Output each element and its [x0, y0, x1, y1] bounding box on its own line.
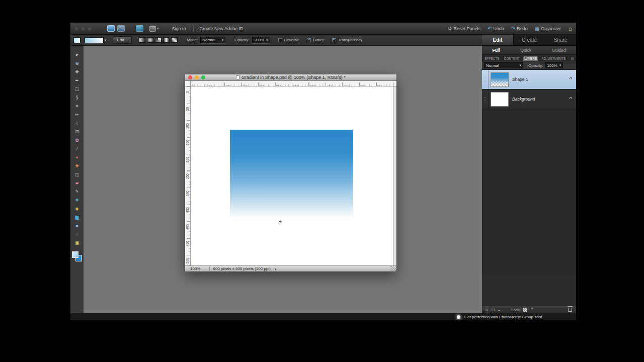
welcome-screen-icon[interactable] — [107, 25, 115, 32]
window-minimize-button[interactable] — [81, 27, 85, 31]
marquee-tool[interactable]: ▢ — [70, 85, 84, 94]
magic-wand-tool[interactable]: ✦ — [70, 102, 84, 111]
reset-panels-button[interactable]: ↺ Reset Panels — [448, 26, 480, 31]
sponge-tool[interactable]: ▣ — [70, 239, 84, 247]
zoom-tool[interactable]: ⊕ — [70, 59, 84, 68]
angle-gradient-button[interactable] — [155, 37, 162, 43]
workspace-canvas-area: Gradient in Shape.psd @ 100% (Shape 1, R… — [84, 46, 482, 313]
gradient-tool-icon — [73, 37, 80, 43]
gradient-picker-swatch[interactable] — [85, 37, 104, 43]
eraser-tool[interactable]: ▰ — [70, 179, 84, 188]
dither-checkbox[interactable]: ✓ Dither — [307, 38, 324, 42]
mode-quick[interactable]: Quick — [520, 48, 531, 53]
panel-bin: Edit Create Share Full Quick Guided EFFE… — [482, 35, 576, 313]
status-menu-arrow-icon[interactable]: ▸ — [275, 267, 277, 270]
foreground-color-swatch[interactable] — [72, 251, 78, 258]
move-tool[interactable]: ➤ — [70, 51, 84, 59]
blur-tool[interactable]: ◌ — [70, 230, 84, 239]
new-group-icon[interactable]: ⊟ — [492, 308, 495, 312]
create-adobe-id-link[interactable]: Create New Adobe ID — [200, 26, 244, 31]
eyedropper-tool[interactable]: ✒ — [70, 76, 84, 85]
transparency-checkbox[interactable]: ✓ Transparency — [332, 38, 363, 42]
checkbox-box: ✓ — [307, 38, 311, 42]
linear-gradient-button[interactable] — [139, 37, 145, 43]
mode-guided[interactable]: Guided — [552, 48, 566, 53]
eye-icon[interactable]: • — [485, 97, 486, 99]
cookie-cutter-tool[interactable]: ✿ — [70, 136, 84, 145]
layer-visibility-column[interactable]: • • — [482, 70, 489, 89]
save-icon[interactable] — [117, 25, 125, 32]
redo-label: Redo — [517, 26, 528, 31]
resize-grip[interactable] — [390, 265, 396, 272]
panel-menu-icon[interactable]: ▤ — [571, 56, 575, 61]
canvas[interactable]: + — [191, 86, 393, 265]
layer-row-background[interactable]: • • Background — [482, 89, 576, 109]
arrange-windows-icon[interactable] — [149, 26, 156, 32]
home-icon[interactable]: ⌂ — [569, 25, 572, 32]
tab-content[interactable]: CONTENT — [503, 56, 521, 61]
document-window[interactable]: Gradient in Shape.psd @ 100% (Shape 1, R… — [185, 74, 396, 272]
type-tool[interactable]: T — [70, 119, 84, 128]
document-title-bar[interactable]: Gradient in Shape.psd @ 100% (Shape 1, R… — [185, 74, 396, 81]
mode-full[interactable]: Full — [492, 48, 500, 53]
horizontal-ruler: 050100150200250300350400450500550 — [191, 81, 396, 86]
tab-create[interactable]: Create — [514, 35, 545, 45]
layer-name[interactable]: Shape 1 — [512, 77, 528, 82]
tab-share[interactable]: Share — [545, 35, 576, 45]
checkbox-box — [278, 38, 282, 42]
eye-icon[interactable]: • — [485, 77, 486, 79]
clone-stamp-tool[interactable]: ◫ — [70, 170, 84, 179]
quick-selection-tool[interactable]: ✏ — [70, 111, 84, 119]
straighten-tool[interactable]: ∕ — [70, 145, 84, 153]
chevron-down-icon: ▾ — [559, 63, 561, 67]
layer-row-shape-1[interactable]: • • Shape 1 — [482, 70, 576, 89]
opacity-select[interactable]: 100% ▾ — [252, 37, 270, 43]
crop-tool[interactable]: ⊞ — [70, 128, 84, 136]
edit-gradient-button[interactable]: Edit... — [113, 36, 132, 44]
print-icon[interactable] — [136, 25, 143, 32]
layer-thumbnail[interactable] — [491, 92, 509, 107]
organizer-button[interactable]: ▦ Organizer — [535, 26, 561, 31]
undo-button[interactable]: ↶ Undo — [488, 26, 504, 31]
window-close-button[interactable] — [74, 27, 78, 31]
delete-layer-icon[interactable] — [568, 308, 572, 312]
shape-tool[interactable]: ■ — [70, 222, 84, 230]
gradient-picker-arrow-icon[interactable]: ▾ — [105, 38, 107, 42]
eye-icon[interactable]: • — [485, 80, 486, 82]
chevron-down-icon[interactable]: ▾ — [157, 27, 159, 31]
lock-transparency-icon[interactable] — [523, 308, 527, 312]
brush-tool[interactable]: ✎ — [70, 188, 84, 196]
radial-gradient-button[interactable] — [147, 37, 153, 43]
mode-select[interactable]: Normal ▾ — [200, 37, 225, 43]
gradient-shape[interactable] — [230, 130, 353, 224]
reflected-gradient-button[interactable] — [163, 37, 170, 43]
adjustment-layer-icon[interactable]: ◒ — [498, 308, 500, 312]
tab-edit[interactable]: Edit — [482, 35, 514, 45]
window-zoom-button[interactable] — [88, 27, 92, 31]
healing-brush-tool[interactable]: ✚ — [70, 162, 84, 170]
tab-layers[interactable]: LAYERS — [523, 56, 538, 61]
layer-name[interactable]: Background — [512, 97, 535, 102]
gradient-tool[interactable]: ▆ — [70, 213, 84, 222]
tab-effects[interactable]: EFFECTS — [484, 56, 501, 61]
document-status-bar: 100% 600 pixels x 600 pixels (100 ppi) ▸ — [185, 265, 396, 272]
tab-adjustments[interactable]: ADJUSTMENTS — [540, 56, 567, 61]
diamond-gradient-button[interactable] — [171, 37, 178, 43]
layer-thumbnail[interactable] — [491, 72, 509, 87]
hand-tool[interactable]: ✥ — [70, 68, 84, 76]
layer-opacity-select[interactable]: 100% ▾ — [545, 62, 563, 68]
eye-icon[interactable]: • — [485, 100, 486, 102]
sign-in-link[interactable]: Sign In — [172, 26, 186, 31]
color-swatches — [72, 251, 82, 261]
blend-mode-select[interactable]: Normal ▾ — [484, 62, 523, 68]
vertical-scrollbar[interactable] — [393, 86, 396, 265]
paint-bucket-tool[interactable]: ◆ — [70, 205, 84, 213]
reverse-checkbox[interactable]: Reverse — [278, 38, 299, 42]
new-layer-icon[interactable]: ⊞ — [485, 308, 489, 312]
redo-button[interactable]: ↷ Redo — [511, 26, 528, 31]
zoom-level[interactable]: 100% — [190, 266, 200, 271]
lasso-tool[interactable]: § — [70, 94, 84, 102]
smart-brush-tool[interactable]: ❖ — [70, 196, 84, 205]
layer-visibility-column[interactable]: • • — [482, 89, 489, 109]
red-eye-tool[interactable]: ● — [70, 153, 84, 162]
